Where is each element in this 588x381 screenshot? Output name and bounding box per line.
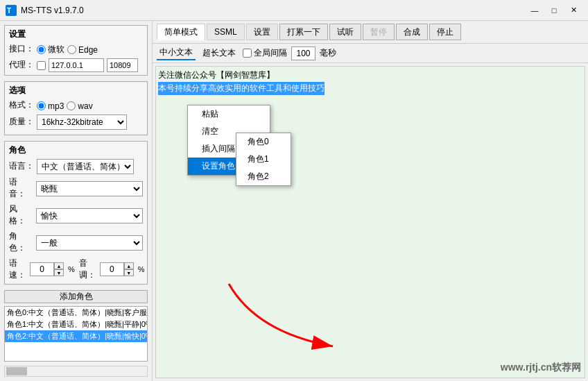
full-pause-checkbox[interactable] [243,49,252,58]
language-select[interactable]: 中文（普通话、简体） [37,159,134,174]
language-row: 语言： 中文（普通话、简体） [9,159,143,174]
full-pause-label[interactable]: 全局间隔 [243,47,287,59]
options-section: 选项 格式： mp3 wav 质量： 16khz-32kbitrate [4,81,148,135]
proxy-row: 代理： [9,58,143,72]
interval-input[interactable] [291,46,315,60]
close-button[interactable]: ✕ [564,3,582,17]
proxy-ip-input[interactable] [49,58,104,72]
edge-label: Edge [78,45,98,55]
watermark: www.rjtj.cn软荐网 [501,362,581,374]
short-text-tab[interactable]: 中小文本 [157,46,196,60]
maximize-button[interactable]: □ [545,3,563,17]
speed-label: 语速： [9,257,26,281]
style-label: 风格： [9,203,33,227]
full-pause-text: 全局间隔 [254,47,287,59]
wav-radio[interactable] [67,101,76,110]
interface-label: 接口： [9,43,34,55]
proxy-label: 代理： [9,59,34,71]
quality-select[interactable]: 16khz-32kbitrate [37,115,127,130]
titlebar: T MS-TTS v1.9.7.0 — □ ✕ [0,0,588,21]
microsoft-radio[interactable] [37,45,46,54]
speed-input[interactable] [30,262,54,276]
pitch-percent: % [138,265,145,273]
language-label: 语言： [9,160,34,172]
list-item[interactable]: 角色1:中文（普通话、简体）|晓甄|平静|0%|... [5,319,147,330]
horizontal-scrollbar[interactable] [4,366,148,377]
pitch-spin: ▲ ▼ [100,262,134,276]
main-toolbar: 简单模式 SSML 设置 打累一下 试听 暂停 合成 停止 [153,21,588,44]
minimize-button[interactable]: — [526,3,544,17]
app-title: MS-TTS v1.9.7.0 [21,6,526,15]
pitch-up-btn[interactable]: ▲ [124,262,134,269]
role-row: 角色： 一般 [9,230,143,255]
pause-button[interactable]: 暂停 [363,24,395,40]
quality-row: 质量： 16khz-32kbitrate [9,115,143,130]
wav-label: wav [78,101,92,111]
interface-row: 接口： 微软 Edge [9,43,143,56]
long-text-tab[interactable]: 超长文本 [200,46,239,60]
mp3-radio[interactable] [37,101,46,110]
speed-down-btn[interactable]: ▼ [54,269,64,276]
style-select[interactable]: 愉快 [36,208,143,223]
role-list: 角色0:中文（普通话、简体）|晓甄|客户服务|0%|... 角色1:中文（普通话… [4,306,148,362]
pitch-spin-btns: ▲ ▼ [124,262,134,276]
role-title: 角色 [9,144,143,156]
format-label: 格式： [9,99,34,111]
sub-role0[interactable]: 角色0 [236,133,291,151]
synthesize-button[interactable]: 合成 [396,24,428,40]
wav-radio-label[interactable]: wav [67,101,92,111]
sub-role1[interactable]: 角色1 [236,151,291,168]
main-container: 设置 接口： 微软 Edge 代理： 选项 [0,21,588,381]
speed-spin-btns: ▲ ▼ [54,262,64,276]
format-row: 格式： mp3 wav [9,99,143,112]
proxy-port-input[interactable] [107,58,138,72]
voice-label: 语音： [9,176,33,200]
left-panel: 设置 接口： 微软 Edge 代理： 选项 [0,21,153,381]
settings-tab[interactable]: 设置 [246,24,278,40]
scroll-thumb[interactable] [6,367,27,375]
unit-label: 毫秒 [320,47,336,59]
punch-button[interactable]: 打累一下 [279,24,328,40]
app-icon: T [6,5,17,16]
ssml-tab[interactable]: SSML [207,24,245,40]
proxy-checkbox[interactable] [37,61,46,70]
stop-button[interactable]: 停止 [429,24,461,40]
add-role-button[interactable]: 添加角色 [4,290,148,303]
speed-spin: ▲ ▼ [30,262,64,276]
list-item[interactable]: 角色0:中文（普通话、简体）|晓甄|客户服务|0%|... [5,307,147,319]
svg-text:T: T [7,7,11,15]
settings-title: 设置 [9,28,143,40]
simple-mode-tab[interactable]: 简单模式 [157,24,205,40]
edge-radio[interactable] [67,45,76,54]
pitch-label: 音调： [79,257,96,281]
preview-button[interactable]: 试听 [329,24,361,40]
speed-pitch-row: 语速： ▲ ▼ % 音调： ▲ ▼ % [9,257,143,281]
right-panel: 简单模式 SSML 设置 打累一下 试听 暂停 合成 停止 中小文本 超长文本 … [153,21,588,381]
sub-role2[interactable]: 角色2 [236,168,291,185]
style-row: 风格： 愉快 [9,203,143,228]
role-section: 角色 语言： 中文（普通话、简体） 语音： 晓甄 风格： 愉快 角色： [4,141,148,285]
quality-label: 质量： [9,116,34,128]
sub-toolbar: 中小文本 超长文本 全局间隔 毫秒 [153,44,588,63]
voice-row: 语音： 晓甄 [9,176,143,201]
mp3-label: mp3 [48,101,64,111]
edge-radio-label[interactable]: Edge [67,45,98,55]
speed-percent: % [68,265,75,273]
options-title: 选项 [9,85,143,96]
voice-select[interactable]: 晓甄 [36,181,143,196]
mp3-radio-label[interactable]: mp3 [37,101,64,111]
role-submenu: 角色0 角色1 角色2 [236,133,291,186]
list-item[interactable]: 角色2:中文（普通话、简体）|晓甄|愉快|0%|D... [5,330,147,342]
microsoft-label: 微软 [48,44,64,56]
speed-up-btn[interactable]: ▲ [54,262,64,269]
pitch-down-btn[interactable]: ▼ [124,269,134,276]
role-label: 角色： [9,230,33,254]
ctx-paste[interactable]: 粘贴 [188,105,270,123]
window-controls: — □ ✕ [526,3,582,17]
pitch-input[interactable] [100,262,124,276]
microsoft-radio-label[interactable]: 微软 [37,44,64,56]
role-select[interactable]: 一般 [36,235,143,251]
settings-section: 设置 接口： 微软 Edge 代理： [4,25,148,76]
textarea-container: 关注微信公众号【网剑智慧库】 本号持续分享高效实用的软件工具和使用技巧 粘贴 清… [153,63,588,381]
